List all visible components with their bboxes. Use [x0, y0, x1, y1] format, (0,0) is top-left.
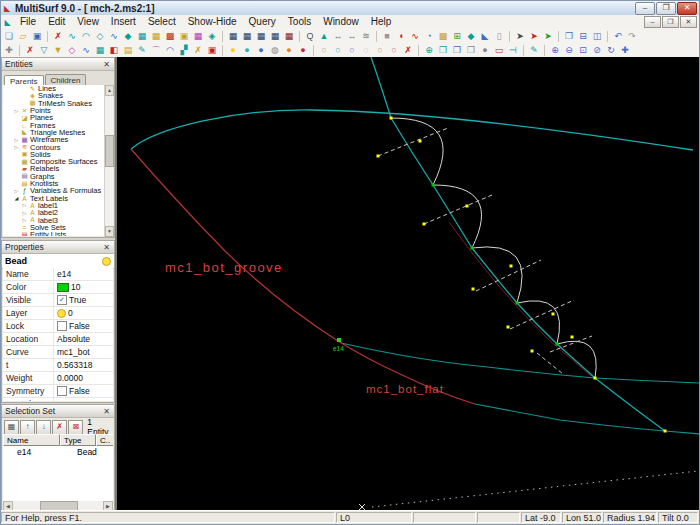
view-front-icon[interactable]: ▦	[226, 30, 240, 43]
show-curves-icon[interactable]: ●	[254, 44, 268, 57]
redo-icon[interactable]: ↷	[625, 30, 639, 43]
block-icon[interactable]: ■	[380, 30, 394, 43]
prop-value[interactable]: False	[54, 385, 113, 397]
mk-ring-icon[interactable]: ◇	[65, 44, 79, 57]
child-maximize-icon[interactable]: ❐	[662, 16, 679, 28]
expand-expanded-icon[interactable]: ◢	[13, 195, 20, 201]
menu-window[interactable]: Window	[317, 15, 365, 29]
point-marker-yellow[interactable]	[423, 223, 426, 226]
insert-ccurve-icon[interactable]: ∿	[107, 30, 121, 43]
close-icon[interactable]: ✕	[677, 2, 697, 15]
view-iso-icon[interactable]: ▦	[268, 30, 282, 43]
column-header-c[interactable]: C..	[96, 434, 113, 446]
groove-arc-2[interactable]	[433, 185, 482, 248]
query-tag-icon[interactable]: Q	[303, 30, 317, 43]
expand-collapsed-icon[interactable]: ▷	[13, 108, 20, 114]
show-all-icon[interactable]: ●	[226, 44, 240, 57]
point-marker-yellow[interactable]	[466, 205, 469, 208]
insert-line-icon[interactable]: ∿	[65, 30, 79, 43]
accept-cursor-icon[interactable]: ➤	[541, 30, 555, 43]
prop-value[interactable]: 0.563318	[54, 359, 113, 371]
fair-curve-icon[interactable]: ≋	[359, 30, 373, 43]
prop-value[interactable]	[54, 398, 113, 401]
new-icon[interactable]: ❏	[2, 30, 16, 43]
mk-arc2-icon[interactable]: ⌒	[149, 44, 163, 57]
dot-op-icon[interactable]: ●	[478, 44, 492, 57]
menu-tools[interactable]: Tools	[282, 15, 317, 29]
close-icon[interactable]: ✕	[102, 243, 111, 252]
menu-edit[interactable]: Edit	[42, 15, 71, 29]
sel-clear-icon[interactable]: ⊠	[68, 420, 83, 435]
hide-query-icon[interactable]: ◌	[359, 44, 373, 57]
entities-scrollbar[interactable]: ▲ ▼	[104, 85, 114, 237]
add-grid-icon[interactable]: ⊞	[450, 30, 464, 43]
door-tool-icon[interactable]: ▯	[492, 30, 506, 43]
insert-bcurve-icon[interactable]: ◇	[93, 30, 107, 43]
curve-e14-right[interactable]	[341, 343, 700, 383]
hide-surfs-icon[interactable]: ○	[373, 44, 387, 57]
curve-mc1-bot-red[interactable]	[131, 149, 475, 404]
point-marker-yellow[interactable]	[510, 265, 513, 268]
insert-surface-icon[interactable]: ▦	[135, 30, 149, 43]
groove-arc-3[interactable]	[472, 247, 522, 303]
mk-label-icon[interactable]: ✎	[135, 44, 149, 57]
mk-bead-icon[interactable]: ▽	[37, 44, 51, 57]
viewport-drawing[interactable]: mc1_bot_groovemc1_bot_flate14	[117, 57, 700, 511]
expand-collapsed-icon[interactable]: ▷	[21, 217, 28, 223]
insert-arc-icon[interactable]: ◠	[79, 30, 93, 43]
win-tile-h-icon[interactable]: ⊟	[576, 30, 590, 43]
save-icon[interactable]: ▣	[30, 30, 44, 43]
expand-collapsed-icon[interactable]: ▷	[13, 137, 20, 143]
point-marker-yellow[interactable]	[472, 288, 475, 291]
show-query-icon[interactable]: ◍	[268, 44, 282, 57]
curve-outline-top[interactable]	[131, 110, 693, 150]
zoom-in-icon[interactable]: ⊕	[548, 44, 562, 57]
prop-value[interactable]: Absolute	[54, 333, 113, 345]
diamond-tool-icon[interactable]: ◆	[464, 30, 478, 43]
menu-show-hide[interactable]: Show-Hide	[182, 15, 243, 29]
red-curve-icon[interactable]: ∿	[408, 30, 422, 43]
point-marker-yellow[interactable]	[531, 350, 534, 353]
hide-x-icon[interactable]: ✗	[401, 44, 415, 57]
mk-surf-icon[interactable]: ▦	[93, 44, 107, 57]
point-marker-yellow[interactable]	[390, 117, 393, 120]
point-marker-green[interactable]	[516, 302, 519, 305]
close-icon[interactable]: ✕	[102, 407, 111, 416]
zoom-out-icon[interactable]: ⊖	[562, 44, 576, 57]
close-icon[interactable]: ✕	[102, 60, 111, 69]
mk-solid2-icon[interactable]: ▣	[205, 44, 219, 57]
scroll-down-icon[interactable]: ▼	[105, 226, 114, 237]
child-minimize-icon[interactable]: –	[644, 16, 661, 28]
prop-value[interactable]: mc1_bot	[54, 346, 113, 358]
menu-view[interactable]: View	[71, 15, 105, 29]
groove-arc-5[interactable]	[557, 341, 596, 378]
point-marker-green[interactable]	[432, 184, 435, 187]
insert-solid-icon[interactable]: ▣	[177, 30, 191, 43]
curve-mc-diagonal[interactable]	[371, 57, 665, 431]
bead-e14-marker[interactable]	[337, 338, 341, 342]
bulb-icon[interactable]	[102, 257, 111, 266]
mk-x2-icon[interactable]: ✗	[191, 44, 205, 57]
column-header-type[interactable]: Type	[60, 434, 96, 446]
mk-mesh-icon[interactable]: ▤	[121, 44, 135, 57]
open-icon[interactable]: ▱	[16, 30, 30, 43]
prop-value[interactable]: 0	[54, 307, 113, 319]
menu-insert[interactable]: Insert	[105, 15, 142, 29]
child-close-icon[interactable]: ✕	[680, 16, 697, 28]
tab-children[interactable]: Children	[45, 74, 87, 85]
nudge-left-icon[interactable]: ↔	[331, 30, 345, 43]
deselect-cursor-icon[interactable]: ➤	[527, 30, 541, 43]
contact-icon[interactable]: ◖	[394, 30, 408, 43]
mk-point-icon[interactable]: ✗	[23, 44, 37, 57]
hide-points-icon[interactable]: ○	[331, 44, 345, 57]
point-marker-yellow[interactable]	[419, 140, 422, 143]
view-top-icon[interactable]: ▦	[240, 30, 254, 43]
canvas-label-e14[interactable]: e14	[333, 345, 344, 352]
menu-file[interactable]: File	[14, 15, 42, 29]
hide-sel-icon[interactable]: ○	[387, 44, 401, 57]
point-marker-yellow[interactable]	[507, 326, 510, 329]
mk-snake2-icon[interactable]: ◧	[107, 44, 121, 57]
zoom-prev-icon[interactable]: ⊘	[590, 44, 604, 57]
checkbox-icon[interactable]	[57, 321, 67, 331]
point-marker-yellow[interactable]	[571, 336, 574, 339]
